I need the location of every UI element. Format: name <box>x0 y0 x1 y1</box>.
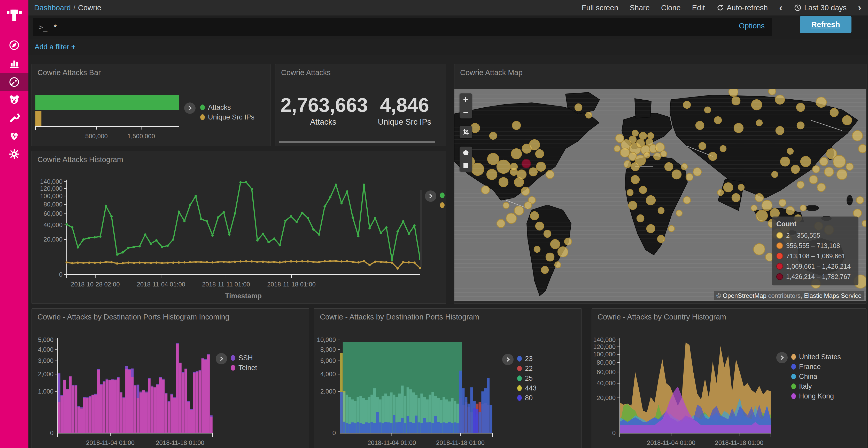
legend-item[interactable]: Attacks <box>440 191 446 200</box>
legend-item[interactable]: 25 <box>517 373 536 383</box>
legend-item[interactable]: SSH <box>231 353 257 363</box>
legend-item[interactable]: Unique Src IPs <box>440 200 446 210</box>
svg-text:2018-11-18 01:00: 2018-11-18 01:00 <box>436 439 485 446</box>
legend-item[interactable]: 22 <box>517 364 536 373</box>
add-filter-button[interactable]: Add a filter + <box>35 43 75 51</box>
legend-item[interactable]: Italy <box>791 381 841 391</box>
search-input[interactable]: >_ * <box>33 18 772 36</box>
map-zoom-controls <box>460 94 472 118</box>
legend-toggle-button[interactable] <box>184 102 195 114</box>
bucket-color-dot <box>776 263 783 270</box>
polygon-select-button[interactable] <box>460 146 472 159</box>
legend-item[interactable]: 23 <box>517 354 536 364</box>
legend-toggle-button[interactable] <box>425 191 436 202</box>
legend-item[interactable]: United States <box>791 352 841 362</box>
sidebar-item-management[interactable] <box>0 145 28 163</box>
legend-item[interactable]: 80 <box>517 393 536 403</box>
sidebar-item-dev-tools[interactable] <box>0 109 28 127</box>
refresh-button[interactable]: Refresh <box>800 16 851 33</box>
time-back-button[interactable]: ‹ <box>779 3 782 13</box>
svg-text:20,000: 20,000 <box>44 236 63 243</box>
legend-item[interactable]: Telnet <box>231 363 257 373</box>
horizontal-scrollbar[interactable] <box>279 141 435 143</box>
legend-item[interactable]: China <box>791 372 841 381</box>
svg-text:2018-11-18 01:00: 2018-11-18 01:00 <box>267 281 316 288</box>
metric-label: Unique Src IPs <box>368 117 441 127</box>
legend-item[interactable]: France <box>791 362 841 372</box>
legend-item[interactable]: Hong Kong <box>791 391 841 401</box>
ports-bar-chart[interactable]: 02,0004,0006,0008,00010,0002018-11-04 01… <box>314 309 582 448</box>
auto-refresh-button[interactable]: Auto-refresh <box>716 4 768 12</box>
options-link[interactable]: Options <box>739 22 765 30</box>
legend-color-dot <box>517 366 522 371</box>
chevron-right-icon <box>779 355 785 360</box>
chevron-right-icon <box>187 105 193 111</box>
plus-icon <box>462 96 469 103</box>
legend: AttacksUnique Src IPs <box>440 191 446 210</box>
legend-color-dot <box>791 393 796 399</box>
panel-title[interactable]: Cowrie Attacks Bar <box>32 64 270 77</box>
legend-item[interactable]: Unique Src IPs <box>200 112 254 122</box>
sidebar-item-discover[interactable] <box>0 36 28 54</box>
elastic-maps-link[interactable]: Elastic Maps Service <box>804 292 862 299</box>
map-attribution: © OpenStreetMap contributors, Elastic Ma… <box>714 291 864 300</box>
legend-color-dot <box>791 383 796 389</box>
legend-item-label: Unique Src IPs <box>208 113 254 121</box>
nav-actions: Full screen Share Clone Edit Auto-refres… <box>582 3 861 13</box>
legend-toggle-button[interactable] <box>216 353 227 365</box>
sidebar-item-apm[interactable] <box>0 91 28 109</box>
legend-color-dot <box>791 354 796 360</box>
world-map[interactable]: Count 2 – 356,555356,555 – 713,108713,10… <box>455 89 866 301</box>
clone-button[interactable]: Clone <box>661 4 681 12</box>
rectangle-select-button[interactable] <box>460 159 472 172</box>
openstreetmap-link[interactable]: OpenStreetMap <box>722 292 766 299</box>
query-value: * <box>54 23 57 32</box>
edit-button[interactable]: Edit <box>692 4 705 12</box>
legend-toggle-button[interactable] <box>776 352 788 364</box>
legend: 23222544380 <box>517 354 536 403</box>
chevron-right-icon <box>219 356 224 361</box>
zoom-in-button[interactable] <box>460 94 472 106</box>
clock-icon <box>794 4 802 12</box>
legend-color-dot <box>517 376 522 381</box>
legend-item-label: 22 <box>525 365 533 373</box>
svg-text:0: 0 <box>612 429 616 436</box>
legend-color-dot <box>231 365 235 371</box>
sidebar-item-dashboard[interactable] <box>0 73 28 91</box>
legend-color-dot <box>231 355 235 361</box>
crop-fit-button[interactable] <box>460 126 472 138</box>
bear-icon <box>8 94 21 106</box>
full-screen-button[interactable]: Full screen <box>582 4 618 12</box>
svg-text:1,000: 1,000 <box>38 388 54 395</box>
bucket-color-dot <box>776 273 783 280</box>
zoom-out-button[interactable] <box>460 106 472 118</box>
legend-item[interactable]: 443 <box>517 383 536 393</box>
panel-title[interactable]: Cowrie Attack Map <box>455 64 866 77</box>
ports-incoming-bar-chart[interactable]: 01,0002,0003,0004,0005,0002018-11-04 01:… <box>32 309 309 448</box>
panel-title[interactable]: Cowrie Attacks <box>275 64 446 77</box>
svg-text:100,000: 100,000 <box>40 193 63 200</box>
svg-text:40,000: 40,000 <box>44 221 63 229</box>
sidebar-item-monitoring[interactable] <box>0 127 28 145</box>
svg-text:6,000: 6,000 <box>320 357 336 364</box>
metric-unique-ips: 4,846 Unique Src IPs <box>368 95 441 127</box>
crop-icon <box>462 129 469 136</box>
time-forward-button[interactable]: › <box>858 3 861 13</box>
time-range-picker[interactable]: Last 30 days <box>794 4 846 12</box>
panel-country-histogram: Cowrie - Attacks by Country Histogram 02… <box>592 308 866 448</box>
svg-text:2018-11-11 01:00: 2018-11-11 01:00 <box>202 281 250 288</box>
map-legend-bucket: 356,555 – 713,108 <box>776 241 854 251</box>
t-mobile-logo[interactable] <box>0 4 28 26</box>
attacks-line-chart[interactable]: 020,00040,00060,00080,000100,000120,0001… <box>32 151 446 304</box>
share-button[interactable]: Share <box>630 4 650 12</box>
sidebar-item-visualize[interactable] <box>0 54 28 72</box>
svg-text:140,000: 140,000 <box>40 178 63 185</box>
legend-toggle-button[interactable] <box>502 354 514 365</box>
legend-item[interactable]: Attacks <box>200 102 254 112</box>
svg-text:80,000: 80,000 <box>44 201 63 208</box>
refresh-cycle-icon <box>716 4 724 12</box>
legend-color-dot <box>517 356 522 361</box>
svg-text:2018-11-18 01:00: 2018-11-18 01:00 <box>715 439 764 446</box>
legend-item-label: United States <box>799 353 841 361</box>
breadcrumb-dashboard[interactable]: Dashboard <box>34 4 71 12</box>
